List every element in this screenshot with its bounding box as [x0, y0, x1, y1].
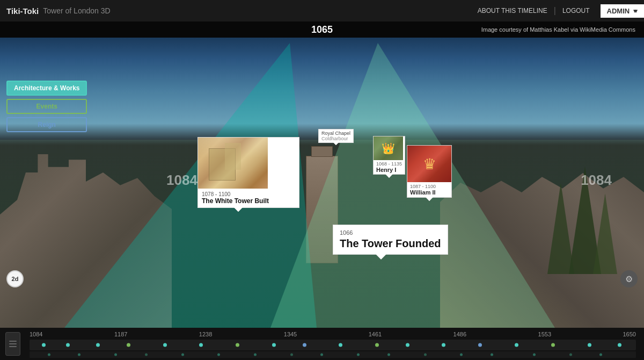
year-1461: 1461: [369, 331, 382, 337]
dot-6: [199, 343, 203, 347]
white-tower-date: 1078 - 1100: [202, 191, 295, 197]
henry1-image: 👑: [374, 136, 403, 160]
year-1650: 1650: [623, 331, 635, 337]
white-tower-title: The White Tower Built: [202, 197, 295, 205]
timeline-track[interactable]: 1084 1187 1238 1345 1461 1486 1553 1650: [30, 331, 636, 357]
white-tower-card-image: [198, 138, 268, 189]
tower-founded-pointer: [376, 254, 386, 260]
sub-dot-9: [320, 354, 323, 356]
handle-line-3: [9, 346, 17, 347]
settings-wrench-button[interactable]: ⚙: [620, 270, 638, 287]
dot-18: [618, 343, 621, 347]
year-1238: 1238: [199, 331, 212, 337]
nav-right: ABOUT THIS TIMELINE | LOGOUT ADMIN ▼ ▼: [473, 4, 638, 18]
header: Tiki-Toki Tower of London 3D ABOUT THIS …: [0, 0, 644, 21]
dot-10: [339, 343, 342, 347]
dot-9: [303, 343, 306, 347]
sub-dot-12: [424, 354, 427, 356]
sub-dot-4: [145, 354, 148, 356]
william2-card[interactable]: ♛ 1087 - 1100 William II: [407, 145, 452, 198]
sub-dot-8: [290, 354, 293, 356]
handle-line-2: [9, 343, 17, 344]
timeline-years: 1084 1187 1238 1345 1461 1486 1553 1650: [30, 331, 636, 337]
category-btn-reign[interactable]: Reign: [6, 117, 87, 132]
sub-dot-14: [491, 354, 493, 356]
year-1345: 1345: [284, 331, 297, 337]
timeline-handle[interactable]: [5, 332, 20, 356]
sub-dot-7: [254, 354, 257, 356]
dot-4: [127, 343, 130, 347]
william2-date: 1087 - 1100: [410, 184, 449, 189]
tower-founded-card[interactable]: 1066 The Tower Founded: [333, 225, 448, 255]
henry1-card[interactable]: 👑 1068 - 1135 Henry I: [373, 136, 405, 175]
dot-1: [42, 343, 46, 347]
image-credit: Image courtesy of Matthias Kabel via Wik…: [481, 26, 635, 33]
dot-5: [163, 343, 167, 347]
center-year: 1065: [311, 24, 333, 35]
timeline-bar: 1084 1187 1238 1345 1461 1486 1553 1650: [0, 328, 644, 360]
sub-dot-15: [533, 354, 536, 356]
sub-dot-3: [114, 354, 117, 356]
dot-2: [66, 343, 70, 347]
tower-founded-title: The Tower Founded: [340, 237, 441, 250]
chapel-pointer: [333, 142, 339, 145]
chapel-card[interactable]: Royal Chapel Coldharbour: [318, 129, 354, 143]
sub-dots-row: [30, 351, 636, 358]
category-buttons: Architecture & Works Events Reign: [6, 81, 87, 132]
year-1553: 1553: [538, 331, 551, 337]
henry1-name: Henry I: [376, 167, 402, 173]
white-tower-card[interactable]: 1078 - 1100 The White Tower Built: [197, 137, 299, 208]
sub-dot-5: [181, 354, 184, 356]
year-1486: 1486: [453, 331, 466, 337]
category-btn-events[interactable]: Events: [6, 99, 87, 114]
nav-separator: |: [554, 6, 556, 16]
sub-dot-13: [460, 354, 463, 356]
wrench-icon: ⚙: [625, 274, 633, 284]
dot-8: [272, 343, 276, 347]
sub-dot-6: [217, 354, 220, 356]
white-tower-card-pointer: [234, 207, 243, 212]
sub-dot-1: [48, 354, 50, 356]
william2-pointer: [426, 197, 433, 201]
dot-15: [515, 343, 518, 347]
sub-dot-2: [78, 354, 80, 356]
dot-17: [588, 343, 591, 347]
sub-dot-10: [357, 354, 360, 356]
tower-founded-date: 1066: [340, 229, 441, 236]
year-1084: 1084: [30, 331, 42, 337]
timeline-title: Tower of London 3D: [43, 6, 110, 15]
william2-name: William II: [410, 189, 449, 196]
handle-line-1: [9, 341, 17, 342]
category-btn-architecture[interactable]: Architecture & Works: [6, 81, 87, 96]
brand-name: Tiki-Toki: [6, 6, 39, 16]
about-link[interactable]: ABOUT THIS TIMELINE: [473, 7, 552, 15]
track-line: [30, 340, 636, 350]
admin-button[interactable]: ADMIN ▼: [601, 4, 644, 18]
william2-image: ♛: [407, 146, 451, 182]
logout-link[interactable]: LOGOUT: [558, 7, 594, 15]
white-tower-card-body: 1078 - 1100 The White Tower Built: [198, 189, 299, 207]
henry1-date: 1068 - 1135: [376, 161, 402, 167]
sub-dot-17: [599, 354, 602, 356]
sub-dot-16: [569, 354, 572, 356]
sub-dot-11: [387, 354, 390, 356]
dot-11: [375, 343, 379, 347]
dot-7: [236, 343, 239, 347]
dot-12: [406, 343, 409, 347]
dot-16: [551, 343, 555, 347]
william2-body: 1087 - 1100 William II: [407, 182, 451, 197]
henry1-body: 1068 - 1135 Henry I: [374, 160, 405, 174]
chapel-title: Royal Chapel: [321, 131, 350, 136]
year-bar: 1065 Image courtesy of Matthias Kabel vi…: [0, 21, 644, 38]
henry1-pointer: [385, 174, 393, 178]
view-2d-button[interactable]: 2d: [6, 270, 24, 287]
main-scene: 1084 1084 Architecture & Works Events Re…: [0, 38, 644, 328]
background: [0, 38, 644, 328]
dot-3: [96, 343, 100, 347]
dot-14: [478, 343, 482, 347]
dot-13: [442, 343, 445, 347]
chapel-subtitle: Coldharbour: [321, 136, 350, 141]
year-1187: 1187: [114, 331, 127, 337]
